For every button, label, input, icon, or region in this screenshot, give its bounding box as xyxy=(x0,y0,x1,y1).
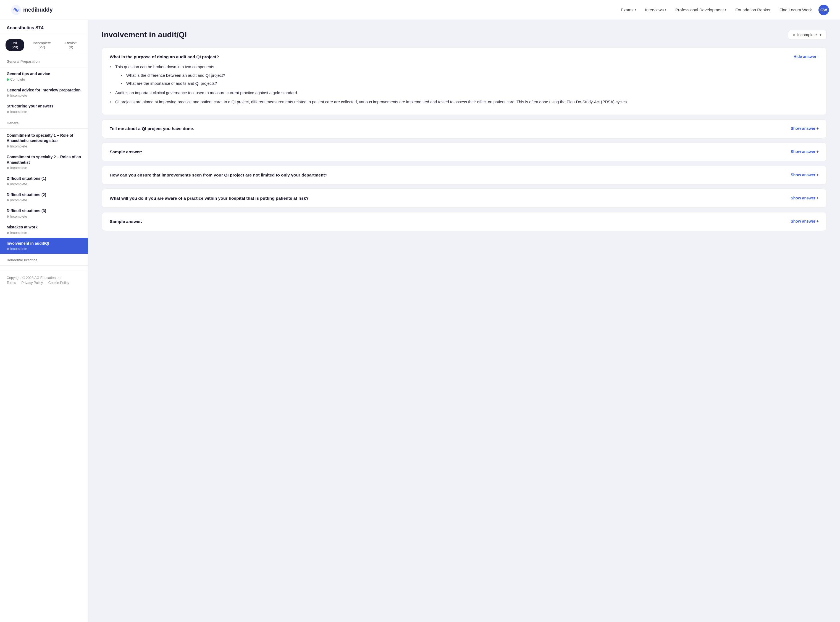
filter-tab-1[interactable]: Incomplete (27) xyxy=(26,39,58,51)
sidebar-item[interactable]: Difficult situations (3)Incomplete xyxy=(0,205,88,221)
filter-tab-2[interactable]: Revisit (0) xyxy=(60,39,82,51)
nav-link-professional-development[interactable]: Professional Development▾ xyxy=(675,8,727,12)
nav-link-exams[interactable]: Exams▾ xyxy=(621,8,636,12)
incomplete-dot xyxy=(7,95,9,97)
answer-point: QI projects are aimed at improving pract… xyxy=(110,99,819,105)
app-layout: Anaesthetics ST4 All (28)Incomplete (27)… xyxy=(0,20,840,622)
sidebar-item-title: Difficult situations (1) xyxy=(7,176,81,181)
sidebar-item-status: Incomplete xyxy=(7,182,81,186)
question-text: What will you do if you are aware of a p… xyxy=(110,196,786,201)
question-text: Sample answer: xyxy=(110,219,786,224)
status-text: Incomplete xyxy=(10,166,27,170)
question-text: What is the purpose of doing an audit an… xyxy=(110,55,789,59)
sidebar-item-status: Incomplete xyxy=(7,215,81,218)
status-dot xyxy=(793,34,795,36)
sidebar: Anaesthetics ST4 All (28)Incomplete (27)… xyxy=(0,20,89,622)
nav-link-interviews[interactable]: Interviews▾ xyxy=(645,8,667,12)
status-text: Incomplete xyxy=(10,94,27,98)
sidebar-item[interactable]: General advice for interview preparation… xyxy=(0,84,88,101)
section-label: General xyxy=(0,117,88,127)
sidebar-item[interactable]: Difficult situations (2)Incomplete xyxy=(0,189,88,206)
chevron-down-icon: ▾ xyxy=(635,8,636,12)
sidebar-item[interactable]: Commitment to specialty 1 – Role of Anae… xyxy=(0,130,88,151)
incomplete-dot xyxy=(7,215,9,218)
sidebar-item-title: Structuring your answers xyxy=(7,104,81,109)
sidebar-item[interactable]: Structuring your answersIncomplete xyxy=(0,101,88,117)
incomplete-dot xyxy=(7,199,9,201)
nav-link-foundation-ranker[interactable]: Foundation Ranker xyxy=(735,8,771,12)
filter-tab-0[interactable]: All (28) xyxy=(6,39,24,51)
divider xyxy=(0,265,88,266)
question-row: Tell me about a QI project you have done… xyxy=(110,126,819,131)
sidebar-item-title: Mistakes at work xyxy=(7,224,81,230)
status-text: Incomplete xyxy=(10,110,27,114)
chevron-down-icon: ▾ xyxy=(725,8,727,12)
sidebar-item-title: General advice for interview preparation xyxy=(7,88,81,93)
incomplete-dot xyxy=(7,232,9,234)
question-card: How can you ensure that improvements see… xyxy=(102,166,827,184)
sidebar-item-status: Incomplete xyxy=(7,166,81,170)
avatar[interactable]: GW xyxy=(819,5,829,15)
sidebar-item[interactable]: Difficult situations (1)Incomplete xyxy=(0,173,88,189)
filter-tabs: All (28)Incomplete (27)Revisit (0) xyxy=(0,35,88,55)
status-dropdown[interactable]: Incomplete ▼ xyxy=(788,30,827,40)
answer-toggle[interactable]: Show answer + xyxy=(791,172,819,177)
nav-link-find-locum-work[interactable]: Find Locum Work xyxy=(779,8,812,12)
question-text: Tell me about a QI project you have done… xyxy=(110,126,786,131)
navbar: medibuddy Exams▾Interviews▾Professional … xyxy=(0,0,840,20)
footer-separator: · xyxy=(45,281,46,285)
question-text: How can you ensure that improvements see… xyxy=(110,172,786,178)
divider xyxy=(0,128,88,129)
sidebar-sections: General PreparationGeneral tips and advi… xyxy=(0,55,88,267)
sidebar-item[interactable]: Commitment to specialty 2 – Roles of an … xyxy=(0,151,88,173)
question-row: Sample answer:Show answer + xyxy=(110,149,819,154)
status-text: Incomplete xyxy=(10,145,27,148)
section-label: Reflective Practice xyxy=(0,254,88,264)
status-text: Incomplete xyxy=(10,215,27,218)
incomplete-dot xyxy=(7,111,9,113)
sidebar-footer: Copyright © 2023 AG Education Ltd. Terms… xyxy=(0,270,88,287)
sidebar-item-status: Incomplete xyxy=(7,110,81,114)
answer-toggle[interactable]: Show answer + xyxy=(791,219,819,223)
status-text: Complete xyxy=(10,78,25,81)
answer-toggle[interactable]: Hide answer - xyxy=(794,55,819,59)
page-title: Involvement in audit/QI xyxy=(102,30,187,39)
question-row: How can you ensure that improvements see… xyxy=(110,172,819,178)
status-label: Incomplete xyxy=(797,33,817,37)
nested-answer-list: What is the difference between an audit … xyxy=(121,72,819,87)
question-row: Sample answer:Show answer + xyxy=(110,219,819,224)
footer-link-1[interactable]: Privacy Policy xyxy=(21,281,43,285)
status-text: Incomplete xyxy=(10,198,27,202)
main-content: Involvement in audit/QI Incomplete ▼ Wha… xyxy=(89,20,840,622)
copyright-text: Copyright © 2023 AG Education Ltd. xyxy=(7,276,81,280)
answer-point: This question can be broken down into tw… xyxy=(110,64,819,87)
sidebar-item[interactable]: Involvement in audit/QIIncomplete xyxy=(0,238,88,254)
question-card: Sample answer:Show answer + xyxy=(102,212,827,231)
answer-toggle[interactable]: Show answer + xyxy=(791,126,819,131)
sidebar-item-title: Commitment to specialty 1 – Role of Anae… xyxy=(7,133,81,143)
chevron-down-icon: ▾ xyxy=(665,8,666,12)
status-text: Incomplete xyxy=(10,247,27,251)
status-text: Incomplete xyxy=(10,231,27,235)
sidebar-item-title: Commitment to specialty 2 – Roles of an … xyxy=(7,154,81,165)
sidebar-item-title: Difficult situations (2) xyxy=(7,192,81,198)
footer-links: Terms·Privacy Policy·Cookie Policy xyxy=(7,281,81,285)
sidebar-item-status: Incomplete xyxy=(7,198,81,202)
logo-text: medibuddy xyxy=(23,7,53,13)
question-card: Tell me about a QI project you have done… xyxy=(102,119,827,138)
sidebar-item-status: Incomplete xyxy=(7,231,81,235)
sidebar-item[interactable]: Mistakes at workIncomplete xyxy=(0,221,88,238)
logo-icon xyxy=(11,5,21,15)
logo[interactable]: medibuddy xyxy=(11,5,53,15)
answer-body: This question can be broken down into tw… xyxy=(110,64,819,105)
answer-toggle[interactable]: Show answer + xyxy=(791,196,819,200)
nested-answer-point: What are the importance of audits and QI… xyxy=(121,80,819,87)
sidebar-title: Anaesthetics ST4 xyxy=(0,20,88,35)
footer-link-0[interactable]: Terms xyxy=(7,281,16,285)
nav-links: Exams▾Interviews▾Professional Developmen… xyxy=(621,8,812,12)
sidebar-item-title: Difficult situations (3) xyxy=(7,208,81,214)
answer-toggle[interactable]: Show answer + xyxy=(791,149,819,154)
question-text: Sample answer: xyxy=(110,149,786,154)
footer-link-2[interactable]: Cookie Policy xyxy=(48,281,69,285)
sidebar-item[interactable]: General tips and adviceComplete xyxy=(0,68,88,84)
